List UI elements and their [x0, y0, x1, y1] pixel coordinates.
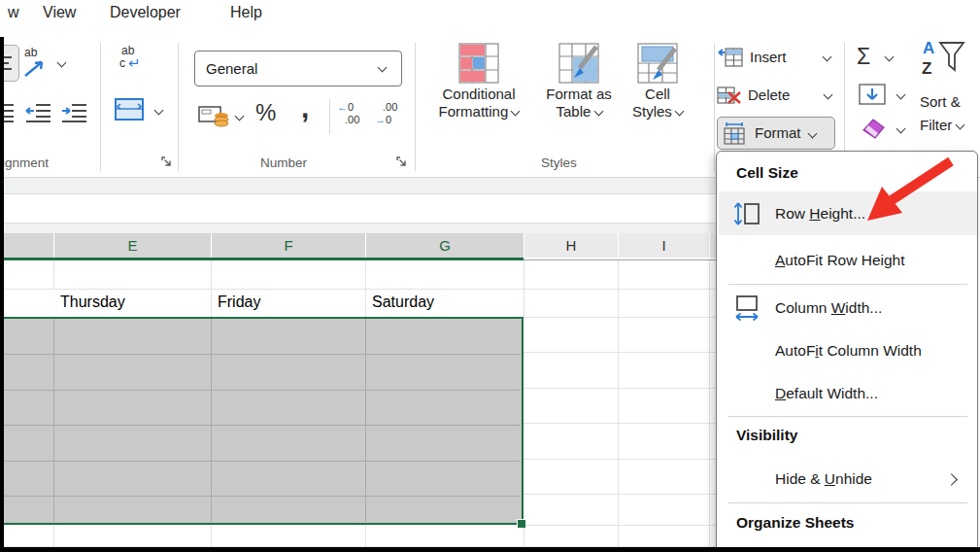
format-as-table-label: Format as — [546, 86, 612, 103]
increase-indent-button[interactable] — [60, 103, 87, 124]
autosum-chevron-icon — [885, 52, 895, 61]
gridline — [0, 354, 521, 355]
gridline — [0, 289, 716, 290]
menu-item-autofit-row-height[interactable]: AutoFit Row Height — [719, 239, 977, 282]
bottom-edge-strip — [0, 547, 980, 552]
orientation-button[interactable]: ab — [23, 49, 52, 80]
menu-item-default-width[interactable]: Default Width... — [719, 372, 977, 415]
number-format-value: General — [206, 60, 257, 77]
number-dialog-launcher-icon[interactable] — [396, 156, 408, 168]
number-subseparator — [329, 99, 330, 134]
group-separator — [100, 43, 101, 171]
cell-friday[interactable]: Friday — [218, 293, 260, 311]
fill-button[interactable] — [859, 82, 909, 107]
gridline — [0, 496, 521, 497]
cell-styles-chevron-icon — [675, 107, 685, 117]
wrap-return-arrow-icon: ↵ — [128, 54, 141, 72]
delete-button[interactable]: Delete — [717, 82, 833, 108]
conditional-formatting-button[interactable]: Conditional Formatting — [430, 41, 527, 121]
tab-review-partial[interactable]: w — [8, 4, 19, 21]
selected-range[interactable] — [0, 317, 524, 525]
excel-window: w View Developer Help ab ab c ↵ — [0, 0, 980, 552]
gridline — [524, 525, 524, 546]
gridline — [524, 317, 716, 318]
fill-handle[interactable] — [517, 519, 525, 528]
accounting-chevron-icon[interactable] — [235, 112, 245, 121]
menu-header-cell-size: Cell Size — [736, 164, 798, 182]
merge-chevron-icon[interactable] — [154, 106, 164, 116]
column-width-icon — [732, 293, 761, 323]
format-as-table-button[interactable]: Format as Table — [532, 41, 625, 121]
delete-chevron-icon — [824, 90, 833, 100]
delete-label: Delete — [748, 86, 790, 104]
comma-style-button[interactable]: , — [301, 91, 309, 124]
accounting-format-button[interactable] — [198, 103, 233, 130]
column-header-F[interactable]: F — [212, 233, 365, 258]
orientation-chevron-icon[interactable] — [57, 58, 67, 68]
alignment-dialog-launcher-icon[interactable] — [161, 156, 173, 168]
decrease-indent-button[interactable] — [24, 103, 51, 124]
format-button[interactable]: Format — [717, 117, 835, 150]
fill-chevron-icon — [896, 89, 906, 99]
format-label: Format — [755, 124, 801, 142]
decrease-decimal-button[interactable]: ←0 .00 — [337, 101, 370, 130]
gridline — [0, 425, 521, 426]
sheet-area: E F G H I Thursday Friday Saturday — [0, 178, 716, 547]
delete-icon — [717, 85, 742, 106]
cell-saturday[interactable]: Saturday — [372, 293, 434, 311]
gridline — [524, 388, 716, 389]
column-header-I[interactable]: I — [619, 233, 709, 258]
column-header-H[interactable]: H — [524, 233, 618, 258]
gridline — [53, 525, 54, 546]
autosum-button[interactable]: Σ — [857, 43, 907, 70]
sort-a-glyph: A — [923, 39, 934, 58]
menu-item-hide-unhide[interactable]: Hide & Unhide — [719, 458, 977, 500]
gridline — [524, 423, 716, 424]
gridline — [53, 260, 54, 289]
number-format-select[interactable]: General — [194, 51, 402, 86]
menu-separator — [728, 416, 967, 417]
column-header-E[interactable]: E — [54, 233, 211, 258]
column-header-partial[interactable] — [0, 233, 53, 258]
tab-developer[interactable]: Developer — [110, 4, 181, 21]
menu-item-column-width[interactable]: Column Width... — [719, 287, 977, 329]
insert-label: Insert — [750, 49, 787, 66]
cell-styles-label: Cell — [645, 86, 670, 103]
group-separator — [415, 43, 416, 171]
format-chevron-icon — [807, 128, 817, 138]
column-header-G[interactable]: G — [366, 233, 524, 258]
increase-decimal-button[interactable]: .00 →0 — [375, 101, 408, 130]
tab-help[interactable]: Help — [230, 4, 262, 21]
format-as-table-chevron-icon — [593, 107, 603, 117]
cell-thursday[interactable]: Thursday — [60, 293, 125, 311]
ribbon-lower-strip — [0, 178, 716, 194]
styles-group-label: Styles — [541, 155, 577, 170]
clear-button[interactable] — [859, 115, 909, 142]
wrap-text-button[interactable]: ab c ↵ — [118, 47, 150, 82]
wrap-text-icon-c: c — [119, 56, 125, 70]
insert-button[interactable]: Insert — [718, 44, 834, 70]
gridline — [524, 459, 716, 460]
orientation-arrow-icon — [23, 57, 49, 79]
formula-bar[interactable] — [0, 194, 716, 224]
merge-center-button[interactable] — [114, 97, 147, 124]
decrease-decimal-arrow-icon: ← — [337, 101, 348, 113]
menu-item-autofit-column-width[interactable]: AutoFit Column Width — [719, 329, 977, 372]
headers-underline — [524, 259, 716, 260]
format-icon — [723, 121, 748, 145]
gridline — [524, 352, 716, 353]
insert-chevron-icon — [822, 52, 831, 62]
selected-headers-green-underline — [0, 258, 524, 260]
cell-styles-button[interactable]: Cell Styles — [625, 41, 690, 121]
fill-icon — [859, 84, 886, 105]
percent-style-button[interactable]: % — [255, 99, 276, 126]
gridline — [0, 390, 521, 391]
gridline — [618, 260, 619, 546]
menu-header-organize-sheets: Organize Sheets — [736, 514, 854, 532]
menu-separator — [728, 502, 967, 503]
row-height-icon — [732, 199, 761, 228]
gridline — [709, 260, 710, 546]
conditional-formatting-chevron-icon — [511, 107, 521, 117]
tab-view[interactable]: View — [43, 4, 76, 21]
header-upper-strip — [0, 224, 716, 233]
